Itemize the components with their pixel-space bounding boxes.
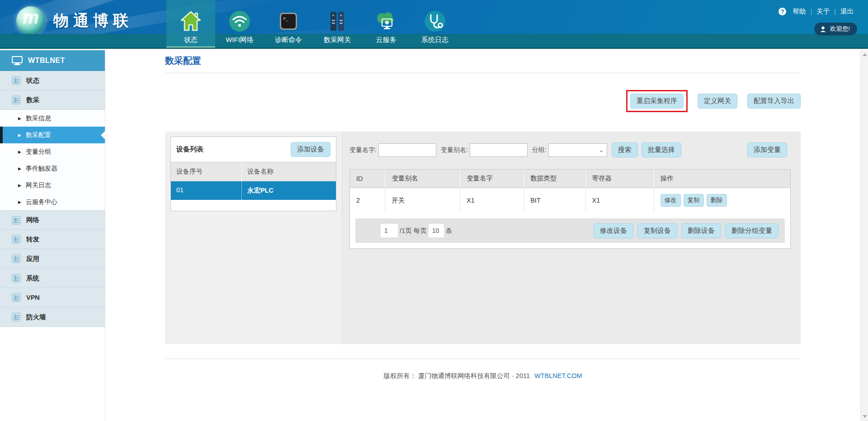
restart-collector-button[interactable]: 重启采集程序	[630, 94, 684, 109]
modify-device-button[interactable]: 修改设备	[594, 223, 633, 238]
page-suffix-text: /1页 每页	[400, 227, 427, 235]
device-column: 设备列表 添加设备 设备序号 设备名称 01 永宏PLC	[165, 132, 342, 344]
col-datatype: 数据类型	[524, 170, 585, 188]
search-button[interactable]: 搜索	[612, 142, 638, 157]
sidebar-subitem-label: 数采信息	[26, 114, 51, 123]
sidebar: WTBLNET 状态 数采 ▶ 数采信息 ▶ 数采配置 ▶ 变量分组 ▶ 事件触…	[0, 50, 105, 421]
link-divider: |	[810, 8, 812, 15]
sidebar-item-daq-info[interactable]: ▶ 数采信息	[0, 110, 105, 127]
group-select[interactable]: ⌄	[548, 143, 607, 157]
sidebar-item-network[interactable]: 网络	[0, 210, 105, 230]
page-size-input[interactable]	[429, 224, 444, 237]
sidebar-brand: WTBLNET	[0, 50, 105, 71]
sidebar-item-variable-groups[interactable]: ▶ 变量分组	[0, 143, 105, 160]
page-number-input[interactable]	[381, 224, 398, 237]
delete-variable-button[interactable]: 删除	[707, 194, 727, 207]
sidebar-item-event-trigger[interactable]: ▶ 事件触发器	[0, 160, 105, 177]
nav-tab-label: 云服务	[376, 33, 396, 47]
variable-table-header-row: ID 变量别名 变量名字 数据类型 寄存器 操作	[350, 170, 790, 188]
grid-icon	[12, 235, 21, 244]
globe-logo-icon	[16, 6, 45, 35]
col-id: ID	[350, 170, 385, 188]
sidebar-item-label: 数采	[26, 96, 39, 104]
grid-icon	[12, 274, 21, 283]
grid-icon	[12, 216, 21, 225]
sidebar-item-cloud-center[interactable]: ▶ 云服务中心	[0, 194, 105, 210]
main-navbar: 状态 WIFI网络 >_ 诊断命令	[166, 0, 459, 49]
monitor-icon	[12, 56, 23, 65]
nav-tab-label: 数采网关	[324, 33, 351, 47]
device-row-selected[interactable]: 01 永宏PLC	[171, 181, 336, 200]
device-name: 永宏PLC	[242, 181, 336, 200]
sidebar-item-label: 防火墙	[26, 313, 46, 322]
modify-variable-button[interactable]: 修改	[660, 194, 681, 207]
sidebar-subitem-label: 网关日志	[26, 181, 51, 189]
nav-tab-wifi[interactable]: WIFI网络	[215, 0, 264, 49]
var-name-input[interactable]	[378, 143, 436, 157]
sidebar-subitem-label: 数采配置	[26, 131, 51, 139]
sidebar-item-daq-config[interactable]: ▶ 数采配置	[0, 127, 105, 143]
nav-tab-diagnostics[interactable]: >_ 诊断命令	[264, 0, 313, 49]
var-name-label: 变量名字:	[349, 146, 377, 154]
copyright-text: 版权所有： 厦门物通博联网络科技有限公司 · 2011	[383, 372, 530, 379]
title-divider	[165, 73, 801, 73]
nav-tab-cloud[interactable]: 云服务	[362, 0, 410, 49]
home-icon	[179, 0, 202, 33]
pagination-actions: 修改设备 复制设备 删除设备 删除分组变量	[594, 223, 778, 238]
cell-id: 2	[350, 188, 385, 213]
app-logo: 物通博联	[16, 6, 133, 35]
sidebar-item-application[interactable]: 应用	[0, 249, 105, 269]
config-import-export-button[interactable]: 配置导入导出	[747, 94, 801, 109]
sidebar-item-status[interactable]: 状态	[0, 71, 105, 90]
sidebar-subitem-label: 云服务中心	[26, 198, 57, 206]
sidebar-item-daq[interactable]: 数采	[0, 90, 105, 110]
about-link[interactable]: 关于	[816, 7, 830, 16]
workspace-panel: 设备列表 添加设备 设备序号 设备名称 01 永宏PLC 变量名字: 变量别名:	[165, 132, 801, 344]
add-variable-button[interactable]: 添加变量	[747, 142, 787, 157]
stethoscope-icon	[424, 0, 446, 33]
footer-link[interactable]: WTBLNET.COM	[534, 372, 582, 379]
sidebar-item-forward[interactable]: 转发	[0, 230, 105, 249]
sidebar-item-firewall[interactable]: 防火墙	[0, 307, 105, 327]
nav-tab-gateway[interactable]: 数采网关	[313, 0, 362, 49]
grid-icon	[12, 76, 21, 85]
scroll-down-icon[interactable]	[863, 415, 867, 418]
grid-icon	[12, 95, 21, 104]
vertical-scrollbar[interactable]	[860, 50, 868, 421]
variable-row: 2 开关 X1 BIT X1 修改 复制 删除	[350, 188, 790, 213]
col-alias: 变量别名	[385, 170, 460, 188]
caret-right-icon: ▶	[18, 166, 21, 171]
logout-link[interactable]: 退出	[840, 7, 854, 16]
chevron-down-icon: ⌄	[599, 147, 604, 153]
wifi-icon	[228, 0, 251, 33]
sidebar-item-label: 应用	[26, 255, 39, 263]
var-alias-input[interactable]	[470, 143, 528, 157]
delete-group-variable-button[interactable]: 删除分组变量	[725, 223, 778, 238]
nav-tab-status[interactable]: 状态	[166, 0, 215, 49]
footer-divider	[165, 359, 801, 359]
page-title: 数采配置	[165, 55, 860, 67]
page-toolbar: 重启采集程序 定义网关 配置导入导出	[165, 90, 801, 111]
add-device-button[interactable]: 添加设备	[291, 142, 330, 157]
copy-device-button[interactable]: 复制设备	[637, 223, 677, 238]
footer: 版权所有： 厦门物通博联网络科技有限公司 · 2011 WTBLNET.COM	[105, 372, 860, 380]
batch-select-button[interactable]: 批量选择	[642, 142, 681, 157]
copy-variable-button[interactable]: 复制	[684, 194, 704, 207]
delete-device-button[interactable]: 删除设备	[681, 223, 721, 238]
device-panel-title: 设备列表	[176, 145, 203, 154]
sidebar-item-gateway-log[interactable]: ▶ 网关日志	[0, 177, 105, 194]
define-gateway-button[interactable]: 定义网关	[698, 94, 737, 109]
sidebar-item-label: 网络	[26, 216, 39, 224]
logo-text: 物通博联	[53, 10, 133, 31]
sidebar-item-system[interactable]: 系统	[0, 269, 105, 288]
scroll-up-icon[interactable]	[863, 53, 867, 56]
device-list-panel: 设备列表 添加设备 设备序号 设备名称 01 永宏PLC	[170, 137, 336, 211]
col-register: 寄存器	[585, 170, 654, 188]
device-panel-header: 设备列表 添加设备	[171, 137, 336, 162]
help-link[interactable]: 帮助	[793, 7, 806, 16]
device-col-no: 设备序号	[171, 162, 242, 181]
device-panel-footer	[171, 200, 336, 211]
nav-tab-syslog[interactable]: 系统日志	[410, 0, 459, 49]
page-size-suffix-text: 条	[446, 227, 453, 235]
sidebar-item-vpn[interactable]: VPN	[0, 288, 105, 307]
